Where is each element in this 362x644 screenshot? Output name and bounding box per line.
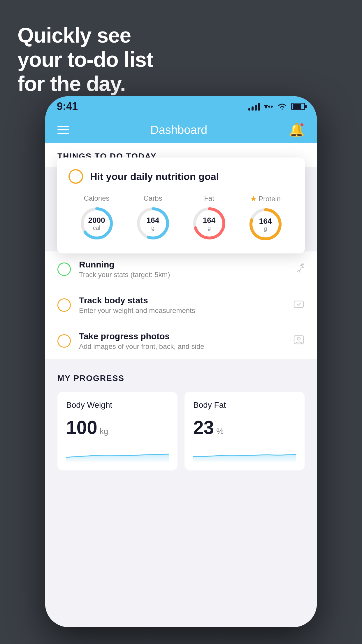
todo-item-running[interactable]: Running Track your stats (target: 5km) — [45, 251, 317, 287]
body-fat-title: Body Fat — [193, 400, 296, 410]
body-weight-unit: kg — [100, 427, 108, 436]
status-time: 9:41 — [57, 100, 78, 113]
svg-point-8 — [302, 263, 304, 265]
wifi-icon — [277, 103, 287, 110]
battery-icon — [291, 103, 305, 110]
nutrition-card-title: Hit your daily nutrition goal — [90, 171, 219, 182]
hamburger-icon[interactable] — [57, 126, 69, 134]
todo-item-body-stats[interactable]: Track body stats Enter your weight and m… — [45, 287, 317, 323]
wifi-icon: ▾•• — [264, 102, 273, 111]
svg-rect-9 — [294, 301, 303, 307]
nav-bar: Dashboard 🔔 — [45, 117, 317, 143]
todo-main-photos: Take progress photos — [79, 331, 285, 341]
todo-checkbox-body-stats[interactable] — [57, 298, 71, 312]
todo-sub-body-stats: Enter your weight and measurements — [79, 307, 285, 315]
todo-sub-photos: Add images of your front, back, and side — [79, 342, 285, 351]
body-fat-card: Body Fat 23 % — [184, 392, 305, 470]
main-content: THINGS TO DO TODAY Hit your daily nutrit… — [45, 143, 317, 627]
nutrition-protein: ★ Protein 164 g — [248, 194, 283, 242]
todo-text-photos: Take progress photos Add images of your … — [79, 331, 285, 351]
calories-label: Calories — [84, 194, 109, 202]
nutrition-carbs: Carbs 164 g — [136, 194, 171, 241]
todo-text-body-stats: Track body stats Enter your weight and m… — [79, 295, 285, 315]
todo-main-running: Running — [79, 260, 285, 270]
signal-icon — [248, 102, 260, 111]
star-icon: ★ — [250, 194, 257, 203]
nutrition-checkbox[interactable] — [68, 169, 83, 184]
notification-dot — [300, 123, 304, 127]
nav-title: Dashboard — [150, 123, 208, 136]
protein-chart: 164 g — [248, 207, 283, 242]
nutrition-row: Calories 2000 cal Carbs — [68, 194, 294, 242]
body-weight-title: Body Weight — [66, 400, 169, 410]
protein-label: ★ Protein — [250, 194, 281, 203]
progress-cards: Body Weight 100 kg — [57, 392, 305, 470]
body-weight-number: 100 — [66, 417, 97, 438]
todo-main-body-stats: Track body stats — [79, 295, 285, 305]
progress-title: MY PROGRESS — [57, 374, 305, 383]
nutrition-fat: Fat 164 g — [192, 194, 227, 241]
phone-shell: 9:41 ▾•• Dashboard — [45, 96, 317, 627]
body-fat-value: 23 % — [193, 417, 296, 438]
body-fat-unit: % — [216, 427, 224, 436]
running-icon — [293, 263, 305, 276]
body-weight-chart — [66, 444, 169, 462]
carbs-label: Carbs — [143, 194, 162, 202]
todo-checkbox-photos[interactable] — [57, 334, 71, 348]
todo-text-running: Running Track your stats (target: 5km) — [79, 260, 285, 279]
body-weight-value: 100 kg — [66, 417, 169, 438]
svg-point-11 — [297, 337, 300, 340]
fat-chart: 164 g — [192, 206, 227, 241]
person-icon — [293, 335, 305, 348]
todo-item-photos[interactable]: Take progress photos Add images of your … — [45, 323, 317, 359]
body-fat-chart — [193, 444, 296, 462]
todo-checkbox-running[interactable] — [57, 262, 71, 276]
calories-chart: 2000 cal — [79, 206, 114, 241]
fat-label: Fat — [204, 194, 214, 202]
card-header: Hit your daily nutrition goal — [68, 169, 294, 184]
progress-section: MY PROGRESS Body Weight 100 kg — [45, 359, 317, 482]
status-icons: ▾•• — [248, 102, 305, 111]
nutrition-card: Hit your daily nutrition goal Calories 2… — [57, 158, 305, 253]
carbs-chart: 164 g — [136, 206, 171, 241]
hero-text: Quickly see your to-do list for the day. — [17, 23, 153, 96]
body-weight-card: Body Weight 100 kg — [57, 392, 178, 470]
nutrition-calories: Calories 2000 cal — [79, 194, 114, 241]
scale-icon — [293, 299, 305, 312]
body-fat-number: 23 — [193, 417, 214, 438]
notification-icon[interactable]: 🔔 — [289, 122, 305, 137]
todo-sub-running: Track your stats (target: 5km) — [79, 271, 285, 279]
todo-list: Running Track your stats (target: 5km) — [45, 251, 317, 359]
status-bar: 9:41 ▾•• — [45, 96, 317, 117]
